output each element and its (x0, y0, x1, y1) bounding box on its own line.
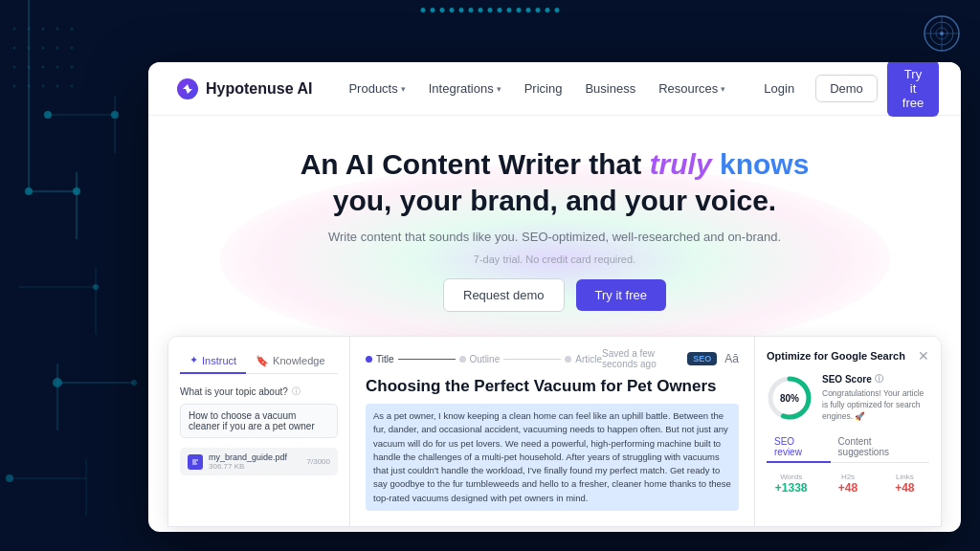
login-button[interactable]: Login (752, 76, 806, 101)
svg-point-20 (28, 28, 31, 31)
svg-point-24 (13, 47, 16, 50)
nav-integrations[interactable]: Integrations ▾ (429, 81, 501, 96)
background: Hypotenuse AI Products ▾ Integrations ▾ … (0, 0, 980, 551)
topic-label: What is your topic about? ⓘ (180, 386, 338, 398)
tab-instruct[interactable]: ✦ Instruct (180, 348, 246, 374)
svg-point-29 (13, 66, 16, 69)
info-icon: ⓘ (292, 386, 301, 398)
close-icon[interactable]: ✕ (918, 348, 929, 364)
request-demo-button[interactable]: Request demo (443, 278, 565, 312)
seo-stats: Words +1338 H2s +48 Links (767, 473, 929, 495)
step-dot-inactive-2 (565, 356, 571, 363)
dot-green: + (775, 481, 782, 495)
svg-point-33 (71, 66, 74, 69)
pdf-icon (188, 454, 203, 470)
top-dots-decoration (421, 8, 560, 12)
article-title: Choosing the Perfect Vacuum for Pet Owne… (366, 377, 739, 396)
nav-pricing[interactable]: Pricing (524, 81, 563, 96)
try-free-button[interactable]: Try it free (887, 62, 939, 117)
hero-title: An AI Content Writer that truly knows yo… (268, 146, 842, 218)
svg-point-14 (53, 378, 62, 387)
svg-point-8 (44, 111, 52, 119)
svg-point-31 (42, 66, 45, 69)
svg-point-26 (42, 47, 45, 50)
circuit-left-decoration (0, 0, 153, 551)
seo-header: Optimize for Google Search ✕ (767, 348, 929, 364)
translate-icon: Aā (724, 352, 739, 365)
nav-actions: Login Demo Try it free (752, 62, 939, 117)
step-line-2 (503, 359, 561, 360)
svg-point-32 (56, 66, 59, 69)
nav-products[interactable]: Products ▾ (348, 81, 405, 96)
nav-links: Products ▾ Integrations ▾ Pricing Busine… (348, 81, 725, 96)
svg-point-6 (73, 187, 80, 195)
chevron-down-icon: ▾ (401, 84, 406, 94)
svg-point-23 (71, 28, 74, 31)
seo-panel-title: Optimize for Google Search (767, 350, 905, 362)
svg-point-38 (71, 85, 74, 88)
app-topbar: Title Outline Article (366, 348, 739, 369)
info-icon-seo: ⓘ (875, 373, 883, 386)
svg-point-35 (28, 85, 31, 88)
app-ui-preview: ✦ Instruct 🔖 Knowledge What is your topi… (167, 336, 942, 527)
svg-text:80%: 80% (780, 393, 799, 404)
svg-point-25 (28, 47, 31, 50)
svg-point-18 (6, 474, 13, 482)
navbar: Hypotenuse AI Products ▾ Integrations ▾ … (148, 62, 961, 116)
step-outline: Outline (459, 354, 501, 364)
svg-point-21 (42, 28, 45, 31)
logo-text: Hypotenuse AI (206, 80, 312, 98)
demo-button[interactable]: Demo (815, 75, 878, 102)
hero-buttons: Request demo Try it free (187, 278, 923, 312)
svg-point-34 (13, 85, 16, 88)
progress-steps: Title Outline Article (366, 354, 602, 364)
brand-file-info: my_brand_guide.pdf 306.77 KB (209, 452, 301, 471)
seo-score-area: 80% SEO Score ⓘ Congratulations! Your ar… (767, 373, 929, 423)
seo-tabs: SEO review Content suggestions (767, 432, 929, 463)
step-article: Article (565, 354, 602, 364)
brand-file-count: 7/3000 (307, 457, 330, 466)
stat-links: Links +48 (880, 473, 929, 495)
article-body: As a pet owner, I know keeping a clean h… (366, 404, 739, 511)
step-title: Title (366, 354, 394, 364)
stat-h2s: H2s +48 (823, 473, 872, 495)
tab-seo-review[interactable]: SEO review (767, 432, 831, 463)
chevron-down-icon: ▾ (497, 84, 501, 94)
chevron-down-icon: ▾ (721, 84, 725, 94)
seo-score-note: Congratulations! Your article is fully o… (822, 388, 929, 423)
topbar-right: Saved a few seconds ago SEO Aā (602, 348, 739, 369)
svg-point-28 (71, 47, 74, 50)
globe-icon (923, 14, 961, 53)
browser-window: Hypotenuse AI Products ▾ Integrations ▾ … (148, 62, 961, 532)
nav-business[interactable]: Business (585, 81, 635, 96)
tab-knowledge[interactable]: 🔖 Knowledge (246, 348, 334, 373)
app-main-area: Title Outline Article (350, 337, 754, 526)
svg-point-15 (131, 380, 137, 386)
seo-panel: Optimize for Google Search ✕ 80% (754, 337, 941, 526)
step-dot-active (366, 356, 372, 363)
svg-point-36 (42, 85, 45, 88)
hero-trial-text: 7-day trial. No credit card required. (187, 253, 923, 265)
sidebar-tabs: ✦ Instruct 🔖 Knowledge (180, 348, 338, 374)
svg-point-5 (25, 187, 33, 195)
svg-point-27 (56, 47, 59, 50)
svg-point-11 (93, 284, 99, 290)
svg-point-30 (28, 66, 31, 69)
try-free-hero-button[interactable]: Try it free (576, 279, 666, 311)
tab-content-suggestions[interactable]: Content suggestions (831, 432, 929, 462)
seo-badge: SEO (687, 352, 717, 365)
brand-file: my_brand_guide.pdf 306.77 KB 7/3000 (180, 448, 338, 475)
app-sidebar: ✦ Instruct 🔖 Knowledge What is your topi… (168, 337, 350, 526)
hero-section: An AI Content Writer that truly knows yo… (148, 116, 961, 336)
svg-point-7 (111, 111, 119, 119)
svg-point-37 (56, 85, 59, 88)
seo-score-info: SEO Score ⓘ Congratulations! Your articl… (822, 373, 929, 423)
logo[interactable]: Hypotenuse AI (177, 78, 312, 99)
seo-score-circle: 80% (767, 375, 813, 421)
svg-point-19 (13, 28, 16, 31)
dot-red: + (838, 481, 845, 495)
nav-resources[interactable]: Resources ▾ (658, 81, 725, 96)
stat-words: Words +1338 (767, 473, 815, 495)
step-line-1 (398, 359, 456, 360)
topic-input[interactable]: How to choose a vacuum cleaner if you ar… (180, 404, 338, 438)
